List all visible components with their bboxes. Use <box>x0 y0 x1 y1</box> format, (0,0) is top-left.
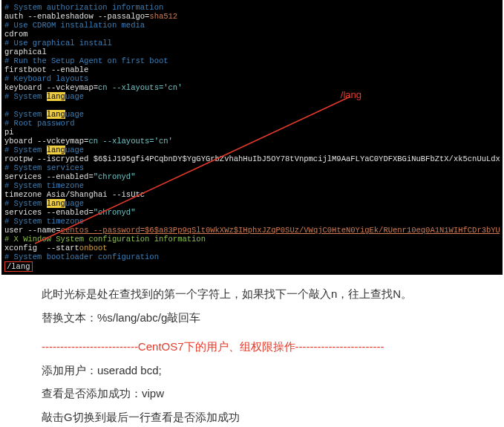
line-2a: auth --enableshadow --passalgo= <box>4 12 149 21</box>
line-14: # Root password <box>4 119 75 128</box>
match-2: lang <box>47 110 65 119</box>
line-29: # System bootloader configuration <box>4 252 159 261</box>
line-8: firstboot --enable <box>4 65 88 74</box>
line-21: # System timezone <box>4 181 84 190</box>
search-annotation-label: /lang <box>341 89 361 100</box>
line-4: cdrom <box>4 30 28 39</box>
match-4: lang <box>47 199 65 208</box>
line-19: # System services <box>4 163 84 172</box>
terminal-screenshot: # System authorization information auth … <box>1 0 503 275</box>
line-1: # System authorization information <box>4 3 163 12</box>
line-28a: xconfig --start <box>4 244 79 252</box>
line-27: # X Window System configuration informat… <box>4 235 206 244</box>
line-3: # Use CDROM installation media <box>4 21 145 30</box>
line-5: # Use graphical install <box>4 39 112 48</box>
line-16b: cn --xlayouts='cn' <box>88 137 172 146</box>
line-24b: "chronyd" <box>94 208 136 217</box>
line-10a: keyboard --vckeymap= <box>4 83 98 92</box>
match-1: lang <box>47 92 65 101</box>
para-5: 敲击G切换到最后一行查看是否添加成功 <box>19 405 482 428</box>
line-9: # Keyboard layouts <box>4 74 88 83</box>
search-input-line: /lang <box>4 261 33 272</box>
line-28b: onboot <box>79 244 108 252</box>
line-2b: sha512 <box>149 12 177 21</box>
line-18: rootpw --iscrypted $6$iJ195gfi4PCqbnDY$Y… <box>4 154 500 163</box>
line-11a: # System <box>4 92 47 101</box>
section-head: --------------------------CentOS7下的用户、组权… <box>19 335 482 359</box>
line-20a: services --enabled= <box>4 172 94 181</box>
line-26b: centos --password=$6$a83Pp9qSlt0WkXWz$IH… <box>61 226 500 235</box>
line-22: timezone Asia/Shanghai --isUtc <box>4 190 145 199</box>
para-3: 添加用户：useradd bcd; <box>19 359 482 382</box>
para-1-text: 此时光标是处在查找到的第一个字符上，如果找下一个敲入n，往上查找N。 <box>42 287 412 300</box>
line-23b: uage <box>65 199 84 208</box>
line-6: graphical <box>4 48 47 56</box>
blank-line <box>4 101 9 110</box>
line-16a: yboard --vckeymap= <box>4 137 88 146</box>
line-7: # Run the Setup Agent on first boot <box>4 56 168 65</box>
para-1: 此时光标是处在查找到的第一个字符上，如果找下一个敲入n，往上查找N。 <box>19 282 482 306</box>
line-10b: cn --xlayouts='cn' <box>98 83 182 92</box>
match-3: lang <box>47 146 65 154</box>
line-26a: user --name= <box>4 226 61 235</box>
line-25: # System timezone <box>4 217 84 226</box>
line-17b: uage <box>65 146 84 154</box>
line-11b: uage <box>65 92 84 101</box>
para-4: 查看是否添加成功：vipw <box>19 382 482 405</box>
article-text: 此时光标是处在查找到的第一个字符上，如果找下一个敲入n，往上查找N。 替换文本：… <box>0 275 504 427</box>
line-24a: services --enabled= <box>4 208 94 217</box>
line-17a: # System <box>4 146 47 154</box>
line-13b: uage <box>65 110 84 119</box>
para-2: 替换文本：%s/lang/abc/g敲回车 <box>19 306 482 330</box>
line-15: pi <box>4 128 14 137</box>
line-23a: # System <box>4 199 47 208</box>
line-20b: "chronyd" <box>94 172 136 181</box>
line-13a: # System <box>4 110 47 119</box>
